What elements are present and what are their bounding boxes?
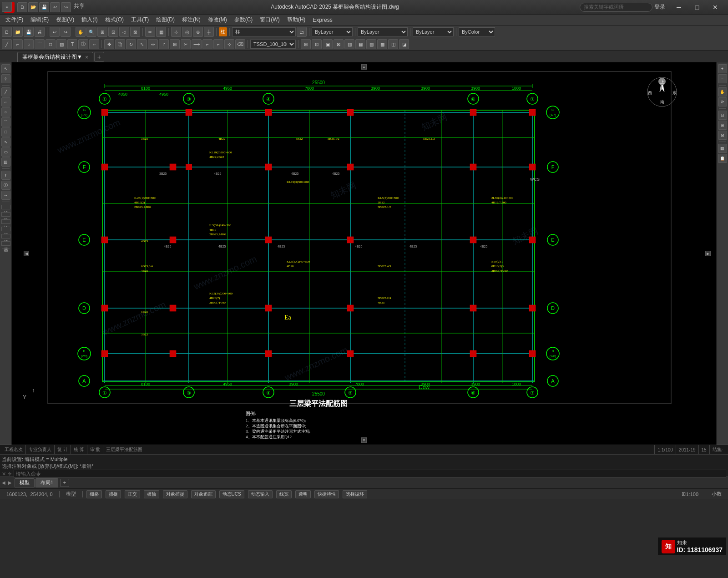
tb-str2[interactable]: ⊡ — [312, 39, 322, 49]
scroll-up[interactable]: ▲ — [361, 64, 367, 70]
tool-dim[interactable]: ↔ — [1, 191, 10, 200]
scroll-right[interactable]: ▶ — [705, 251, 711, 256]
scroll-down[interactable]: ▼ — [361, 437, 367, 443]
anno-scale[interactable]: ⊞1:100 — [679, 489, 701, 499]
sm-button[interactable]: 选择循环 — [343, 490, 367, 498]
model-tab[interactable]: 模型 — [15, 478, 35, 487]
tb-str5[interactable]: ▥ — [344, 39, 354, 49]
tool-text[interactable]: T — [1, 171, 10, 180]
linetype-select[interactable]: ByLayer — [358, 27, 408, 36]
tb-zoom-ext[interactable]: ⊡ — [108, 27, 118, 37]
layer-select[interactable]: 柱 — [232, 27, 296, 36]
tb-pline[interactable]: ⌐ — [13, 39, 23, 49]
command-input[interactable] — [14, 470, 726, 478]
close-button[interactable]: ✕ — [706, 1, 724, 14]
ortho-button[interactable]: 正交 — [125, 490, 140, 498]
menu-draw[interactable]: 绘图(D) — [152, 15, 178, 25]
tb-str9[interactable]: ◫ — [388, 39, 398, 49]
tb-trim[interactable]: ✂ — [181, 39, 191, 49]
tb-str1[interactable]: ⊞ — [301, 39, 311, 49]
scroll-left[interactable]: ◀ — [24, 251, 29, 256]
tb-copy[interactable]: ⿻ — [115, 39, 125, 49]
r-view1[interactable]: ⊡ — [718, 111, 727, 120]
tb-text[interactable]: T — [67, 39, 77, 49]
struct-label[interactable]: 结 — [1, 205, 10, 209]
menu-view[interactable]: 视图(V) — [52, 15, 78, 25]
tb-match[interactable]: ✏ — [145, 27, 155, 37]
menu-insert[interactable]: 插入(I) — [78, 15, 101, 25]
polar-button[interactable]: 极轴 — [144, 490, 159, 498]
tb-erase[interactable]: ⌫ — [235, 39, 245, 49]
scale-select[interactable]: TSSD_100_100 — [250, 40, 296, 49]
menu-params[interactable]: 参数(C) — [231, 15, 257, 25]
tb-open[interactable]: 📁 — [13, 27, 23, 37]
r-pan[interactable]: ✋ — [718, 87, 727, 96]
r-view3[interactable]: ⊠ — [718, 131, 727, 140]
tb-hatch[interactable]: ▨ — [56, 39, 66, 49]
tb-mirror[interactable]: ⇔ — [148, 39, 158, 49]
open-button[interactable]: 📂 — [28, 2, 38, 12]
tb-circle[interactable]: ○ — [24, 39, 34, 49]
tb-zoom-prev[interactable]: ◁ — [119, 27, 129, 37]
tool-spline[interactable]: ∿ — [1, 137, 10, 147]
tool-rect[interactable]: □ — [1, 127, 10, 137]
r-props[interactable]: 📋 — [718, 154, 727, 163]
tb-ortho[interactable]: ┼ — [204, 27, 214, 37]
cmd-input-line[interactable]: ✕ ✈ — [2, 470, 726, 478]
tb-str6[interactable]: ▦ — [355, 39, 365, 49]
tb-chamfer[interactable]: ⌐ — [213, 39, 223, 49]
qp-button[interactable]: 快捷特性 — [314, 490, 339, 498]
menu-window[interactable]: 窗口(W) — [256, 15, 283, 25]
tb-str10[interactable]: ◪ — [399, 39, 409, 49]
tb-explode[interactable]: ⊹ — [224, 39, 234, 49]
dyn-button[interactable]: 动态输入 — [248, 490, 273, 498]
tb-save[interactable]: 💾 — [24, 27, 34, 37]
tssd-btn[interactable]: 柱 — [219, 27, 227, 36]
lineweight-select[interactable]: ByLayer — [413, 27, 454, 36]
tb-osnap[interactable]: ◎ — [182, 27, 192, 37]
beam-label[interactable]: 梁 — [1, 212, 10, 217]
tb-str3[interactable]: ▣ — [323, 39, 333, 49]
tool-line[interactable]: ╱ — [1, 87, 10, 96]
layout-right-scroll[interactable]: ▶ — [8, 480, 12, 485]
layout1-tab[interactable]: 布局1 — [35, 478, 58, 487]
undo-button[interactable]: ↩ — [50, 2, 60, 12]
tb-snap[interactable]: ⊹ — [171, 27, 181, 37]
tb-pan[interactable]: ✋ — [76, 27, 86, 37]
tb-extend[interactable]: ⟶ — [192, 39, 202, 49]
minimize-button[interactable]: ─ — [670, 1, 688, 14]
r-orbit[interactable]: ⟳ — [718, 97, 727, 106]
tb-str4[interactable]: ⊠ — [334, 39, 344, 49]
menu-edit[interactable]: 编辑(E) — [27, 15, 52, 25]
tb-zoom-all[interactable]: ⊠ — [130, 27, 140, 37]
found-label[interactable]: 基 — [1, 241, 10, 246]
layout-left-scroll[interactable]: ◀ — [2, 480, 5, 485]
tb-zoom[interactable]: 🔍 — [86, 27, 96, 37]
tb-print[interactable]: 🖨 — [35, 27, 45, 37]
canvas-area[interactable]: www.znzmo.com www.znzmo.com 知未网 www.znzm… — [12, 62, 716, 445]
r-layers[interactable]: ▦ — [718, 144, 727, 153]
tool-select2[interactable]: ⊹ — [1, 74, 10, 83]
tb-fillet[interactable]: ⌐ — [202, 39, 212, 49]
layer-props[interactable]: 🗂 — [297, 27, 307, 37]
tool-arc[interactable]: ⌒ — [1, 117, 10, 127]
snap-button[interactable]: 捕捉 — [106, 490, 121, 498]
start-btn[interactable]: ≡ — [2, 2, 12, 12]
new-button[interactable]: 🗋 — [17, 2, 27, 12]
menu-format[interactable]: 格式(O) — [101, 15, 127, 25]
redo-button[interactable]: ↪ — [61, 2, 71, 12]
ducs-button[interactable]: 动态UCS — [219, 490, 244, 498]
menu-help[interactable]: 帮助(H) — [283, 15, 309, 25]
tmodel-button[interactable]: 透明 — [295, 490, 311, 498]
tb-scale[interactable]: ⤡ — [137, 39, 147, 49]
menu-annotate[interactable]: 标注(N) — [178, 15, 204, 25]
grid-button[interactable]: 栅格 — [86, 490, 102, 498]
share-button[interactable]: 共享 — [72, 2, 86, 12]
r-zoom-in[interactable]: + — [718, 64, 727, 73]
menu-file[interactable]: 文件(F) — [2, 15, 27, 25]
tb-rect[interactable]: □ — [46, 39, 56, 49]
tool-hatch[interactable]: ▨ — [1, 157, 10, 167]
otrack-button[interactable]: 对象追踪 — [191, 490, 216, 498]
tb-arc[interactable]: ⌒ — [35, 39, 45, 49]
search-input[interactable]: 搜索关键字或词语 — [584, 4, 624, 10]
